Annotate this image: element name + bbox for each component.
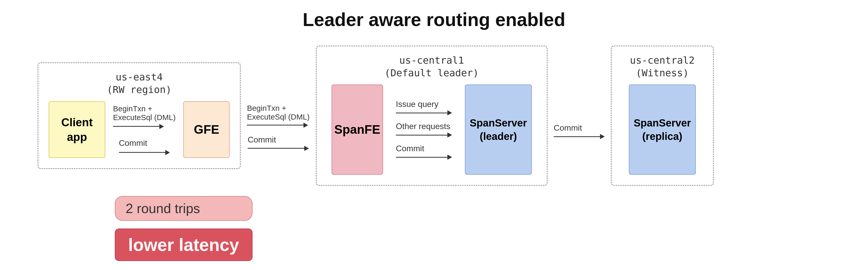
arrow-line-cs — [396, 155, 452, 160]
regions-row: us-east4 (RW region) Clientapp BeginTxn … — [38, 46, 830, 186]
begintxn-label: BeginTxn +ExecuteSql (DML) — [113, 104, 176, 122]
arrow-line-replica — [554, 134, 604, 139]
latency-badge: lower latency — [115, 229, 252, 261]
shaft-iq — [396, 113, 447, 113]
page-container: Leader aware routing enabled us-east4 (R… — [22, 0, 846, 270]
arrow-line-inter-1 — [247, 123, 308, 128]
other-requests-arrow: Other requests — [396, 122, 452, 138]
region-witness-content: SpanServer(replica) — [629, 85, 696, 175]
issue-query-arrow: Issue query — [396, 99, 452, 115]
head-inter-2 — [304, 146, 309, 151]
client-app-box: Clientapp — [49, 101, 105, 158]
commit-spanfe-arrow: Commit — [396, 144, 452, 160]
head-replica — [600, 134, 604, 139]
commit-to-replica-label: Commit — [554, 123, 582, 133]
shaft-replica — [554, 136, 600, 137]
region-witness: us-central2 (Witness) SpanServer(replica… — [611, 46, 714, 186]
east-to-central-arrows: BeginTxn +ExecuteSql (DML) Commit — [241, 104, 316, 151]
arrow-line-iq — [396, 110, 452, 115]
shaft-inter-2 — [248, 148, 304, 149]
begintxn-arrow-line — [113, 124, 164, 129]
begintxn-inter-arrow: BeginTxn +ExecuteSql (DML) — [247, 104, 309, 128]
commit-inter-label: Commit — [248, 135, 276, 145]
head-iq — [447, 110, 452, 115]
arrow-line-inter-2 — [248, 146, 309, 151]
arrow-line-or — [396, 132, 452, 138]
region-east-content: Clientapp BeginTxn +ExecuteSql (DML) — [49, 101, 229, 158]
region-east: us-east4 (RW region) Clientapp BeginTxn … — [38, 62, 241, 169]
gfe-box: GFE — [183, 101, 229, 158]
region-central-label: us-central1 (Default leader) — [384, 54, 479, 80]
other-requests-label: Other requests — [396, 122, 451, 131]
spanfe-to-server-arrows: Issue query Other requests — [391, 99, 457, 160]
spanfe-box: SpanFE — [332, 85, 383, 175]
head-inter-1 — [304, 123, 308, 128]
central-to-witness-arrows: Commit — [548, 123, 611, 139]
region-central-content: SpanFE Issue query Other requests — [332, 85, 532, 175]
region-central: us-central1 (Default leader) SpanFE Issu… — [316, 46, 548, 186]
round-trips-badge: 2 round trips — [115, 196, 252, 221]
arrow-shaft-2 — [119, 152, 165, 153]
commit-to-replica-arrow: Commit — [554, 123, 604, 139]
region-witness-label: us-central2 (Witness) — [630, 54, 695, 80]
spanserver-leader-box: SpanServer(leader) — [465, 85, 532, 175]
shaft-or — [396, 135, 447, 136]
commit-spanfe-label: Commit — [396, 144, 424, 153]
shaft-inter-1 — [247, 125, 304, 125]
badges-container: 2 round trips lower latency — [115, 196, 252, 261]
commit-inter-arrow: Commit — [248, 135, 309, 151]
shaft-cs — [396, 157, 447, 158]
commit-arrow-group-1: Commit — [119, 138, 170, 155]
arrow-head-2 — [165, 150, 170, 155]
diagram-wrapper: us-east4 (RW region) Clientapp BeginTxn … — [38, 46, 830, 261]
arrow-head — [159, 124, 164, 129]
begintxn-inter-label: BeginTxn +ExecuteSql (DML) — [247, 104, 309, 121]
arrow-shaft — [113, 126, 159, 127]
region-east-label: us-east4 (RW region) — [107, 71, 172, 96]
page-title: Leader aware routing enabled — [38, 9, 830, 30]
spanserver-replica-box: SpanServer(replica) — [629, 85, 696, 175]
issue-query-label: Issue query — [396, 99, 438, 109]
begintxn-arrow-group: BeginTxn +ExecuteSql (DML) — [113, 104, 176, 129]
head-or — [447, 132, 452, 138]
client-to-gfe-arrows: BeginTxn +ExecuteSql (DML) Commit — [113, 104, 176, 155]
commit-arrow-line-1 — [119, 150, 170, 155]
commit-label-1: Commit — [119, 138, 147, 148]
head-cs — [447, 155, 452, 160]
